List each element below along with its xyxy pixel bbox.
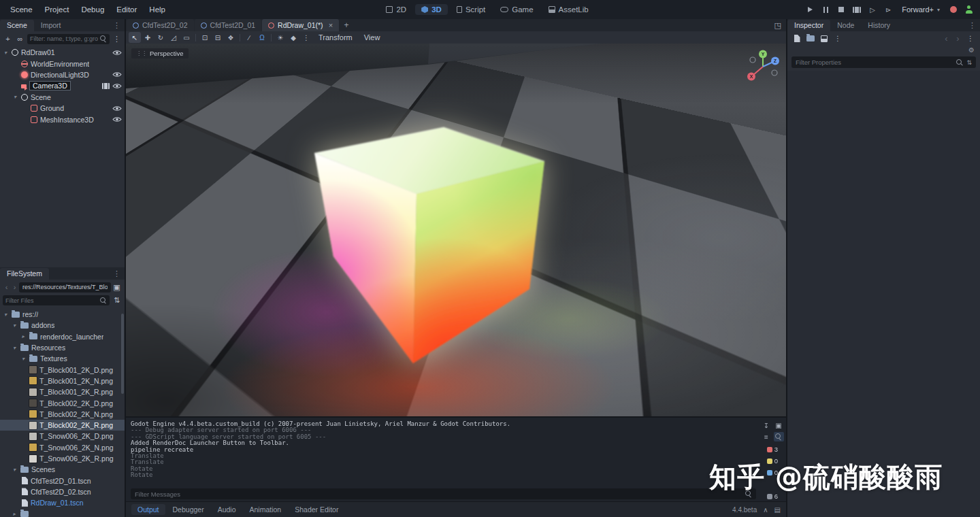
menu-scene[interactable]: Scene — [4, 3, 39, 16]
collapse-arrow-icon[interactable]: ▾ — [12, 94, 18, 100]
scrollbar-thumb[interactable] — [121, 314, 124, 394]
error-filter-toggle[interactable]: 3 — [767, 446, 778, 453]
save-log-icon[interactable]: ↧ — [762, 420, 772, 430]
scene-tab-rddraw-01[interactable]: RdDraw_01(*)× — [262, 19, 339, 31]
dock-menu-icon[interactable]: ⋮ — [109, 269, 125, 280]
tab-inspector[interactable]: Inspector — [787, 20, 830, 31]
manage-object-icon[interactable]: ⚙ — [968, 46, 975, 54]
collapse-arrow-icon[interactable]: ▸ — [20, 333, 27, 339]
sun-preview-icon[interactable]: ☀ — [274, 32, 287, 43]
resource-extra-menu-icon[interactable]: ⋮ — [832, 33, 843, 44]
menu-project[interactable]: Project — [39, 3, 76, 16]
collapse-arrow-icon[interactable]: ▾ — [2, 312, 9, 318]
float-panel-icon[interactable]: ▤ — [774, 506, 781, 514]
tree-row-meshinstance3d[interactable]: MeshInstance3D — [0, 114, 125, 124]
play-scene-button[interactable]: ▷ — [866, 3, 879, 16]
history-menu-icon[interactable]: ⋮ — [965, 33, 976, 44]
unlock-node-icon[interactable]: ⊟ — [212, 32, 224, 43]
renderdoc-button[interactable]: ◆ — [287, 32, 299, 43]
stop-button[interactable] — [834, 3, 848, 16]
visibility-eye-icon[interactable] — [112, 116, 122, 122]
expand-bottom-panel-icon[interactable]: ∧ — [763, 506, 768, 514]
visibility-eye-icon[interactable] — [112, 50, 122, 56]
scene-tab-cfdtest2d-01[interactable]: CfdTest2D_01 — [195, 19, 262, 31]
collapse-arrow-icon[interactable]: ▾ — [20, 356, 27, 362]
play-custom-scene-button[interactable]: ⊳ — [881, 3, 895, 16]
viewport-3d[interactable]: ⋮⋮ Perspective Y X Z — [126, 44, 786, 416]
tree-row-file[interactable]: T_Block002_2K_D.png — [0, 397, 125, 408]
transform-menu[interactable]: Transform — [313, 33, 358, 41]
bottom-tab-debugger[interactable]: Debugger — [167, 504, 210, 515]
visibility-eye-icon[interactable] — [112, 83, 122, 89]
edit-forward-icon[interactable]: › — [953, 33, 962, 44]
tab-import[interactable]: Import — [34, 20, 68, 31]
tree-row-file[interactable]: T_Snow006_2K_N.png — [0, 442, 125, 453]
select-tool[interactable]: ↖ — [129, 32, 141, 43]
switch-2d[interactable]: 2D — [380, 4, 412, 15]
ruler-tool[interactable]: ∕ — [243, 32, 255, 43]
tree-row-file[interactable]: T_Snow006_2K_R.png — [0, 453, 125, 464]
scene-filter-input[interactable] — [30, 35, 98, 42]
tab-node[interactable]: Node — [830, 20, 861, 31]
edit-back-icon[interactable]: ‹ — [942, 33, 951, 44]
rename-node-input[interactable]: Camera3D — [29, 81, 71, 90]
tree-row-scenes[interactable]: ▾Scenes — [0, 464, 125, 475]
tree-row-file[interactable]: T_Block001_2K_N.png — [0, 376, 125, 386]
history-back-icon[interactable]: ‹ — [3, 283, 10, 291]
collapse-duplicates-icon[interactable]: ≡ — [762, 432, 772, 441]
tree-row-file[interactable]: T_Snow006_2K_D.png — [0, 431, 125, 441]
search-log-toggle[interactable] — [774, 432, 784, 441]
tree-row-rddraw01[interactable]: ▾ RdDraw01 — [0, 47, 125, 58]
bottom-tab-output[interactable]: Output — [131, 504, 165, 515]
play-button[interactable] — [803, 3, 817, 16]
history-forward-icon[interactable]: › — [11, 283, 18, 291]
camera-preview-icon[interactable] — [102, 83, 110, 89]
tree-row-file[interactable]: CfdTest2D_02.tscn — [0, 486, 125, 497]
save-resource-button[interactable] — [819, 33, 830, 44]
new-resource-button[interactable] — [791, 33, 802, 44]
menu-help[interactable]: Help — [143, 3, 172, 16]
lock-node-icon[interactable]: ⊡ — [199, 32, 211, 43]
tree-row-file[interactable]: T_Block001_2K_R.png — [0, 386, 125, 397]
collapse-arrow-icon[interactable]: ▾ — [11, 322, 18, 329]
tree-row-camera3d[interactable]: Camera3D — [0, 80, 125, 91]
bottom-tab-audio[interactable]: Audio — [212, 504, 242, 515]
extra-options-icon[interactable]: ⋮ — [300, 32, 312, 43]
menu-editor[interactable]: Editor — [110, 3, 143, 16]
visibility-eye-icon[interactable] — [112, 105, 122, 112]
tree-row-file[interactable]: T_Block002_2K_N.png — [0, 409, 125, 420]
tree-row-textures[interactable]: ▾Textures — [0, 353, 125, 364]
view-axis-gizmo[interactable]: Y X Z — [744, 48, 782, 86]
toggle-split-mode-icon[interactable]: ▣ — [112, 282, 122, 293]
load-resource-button[interactable] — [805, 33, 816, 44]
switch-script[interactable]: Script — [451, 4, 491, 15]
output-filter-input[interactable] — [135, 490, 742, 498]
pause-button[interactable] — [819, 3, 832, 16]
tree-row-clipped[interactable]: ▸ — [0, 508, 125, 517]
scale-tool[interactable]: ◿ — [167, 32, 180, 43]
rotate-tool[interactable]: ↻ — [154, 32, 167, 43]
visibility-eye-icon[interactable] — [112, 71, 122, 78]
dock-menu-icon[interactable]: ⋮ — [964, 21, 980, 31]
collapse-arrow-icon[interactable]: ▾ — [11, 467, 18, 473]
scene-tree-menu-icon[interactable]: ⋮ — [112, 33, 122, 44]
bottom-tab-shader-editor[interactable]: Shader Editor — [289, 504, 344, 515]
dock-menu-icon[interactable]: ⋮ — [109, 21, 125, 31]
move-tool[interactable]: ✚ — [142, 32, 154, 43]
tree-row-addons[interactable]: ▾addons — [0, 320, 125, 331]
tree-row-ground[interactable]: Ground — [0, 103, 125, 114]
distraction-free-icon[interactable]: ◳ — [774, 21, 781, 30]
tree-row-resources[interactable]: ▾Resources — [0, 342, 125, 353]
tree-row-file-selected[interactable]: T_Block002_2K_R.png — [0, 420, 125, 431]
tab-history[interactable]: History — [861, 20, 897, 31]
add-node-button[interactable]: + — [3, 33, 13, 44]
sort-files-icon[interactable]: ⇅ — [112, 295, 122, 306]
scene-tab-cfdtest2d-02[interactable]: CfdTest2D_02 — [127, 19, 194, 31]
property-filter-input[interactable] — [796, 59, 953, 66]
tree-row-renderdoc-launcher[interactable]: ▸renderdoc_launcher — [0, 331, 125, 342]
copy-log-icon[interactable]: ▣ — [774, 420, 784, 430]
tree-row-res[interactable]: ▾res:// — [0, 309, 125, 320]
perspective-menu[interactable]: ⋮⋮ Perspective — [131, 48, 189, 59]
renderer-dropdown[interactable]: Forward+▾ — [897, 4, 945, 15]
switch-3d[interactable]: 3D — [415, 4, 448, 15]
